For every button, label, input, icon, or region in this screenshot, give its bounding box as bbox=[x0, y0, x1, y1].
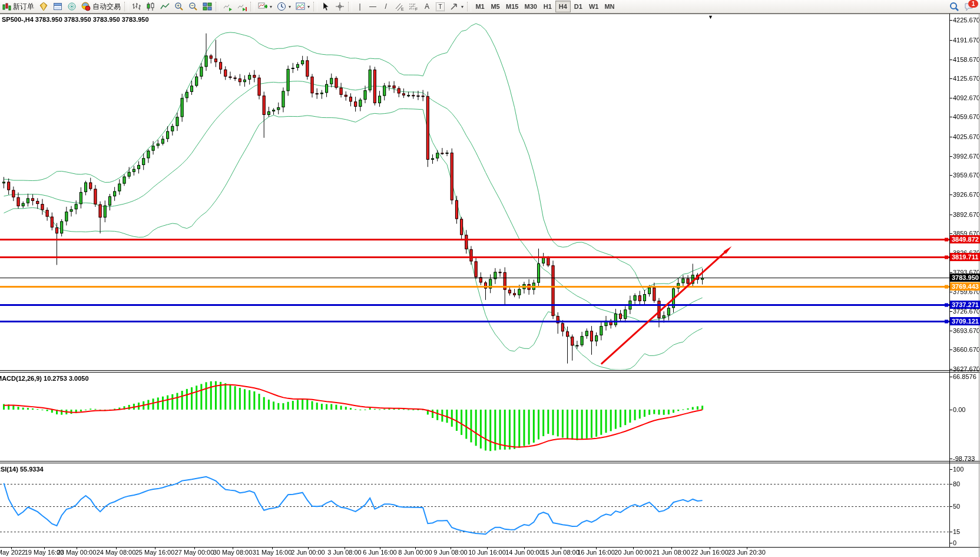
notifications-button[interactable]: 1 bbox=[962, 1, 976, 12]
scroll-group bbox=[221, 0, 249, 13]
zoom-out-button[interactable] bbox=[186, 1, 200, 12]
chart-type-group bbox=[130, 0, 214, 13]
toolbar-handle[interactable] bbox=[313, 2, 317, 11]
channel-icon: E bbox=[395, 2, 404, 11]
timeframe-button-D1[interactable]: D1 bbox=[571, 1, 586, 12]
dropdown-caret-icon: ▾ bbox=[307, 4, 310, 9]
crosshair-icon bbox=[335, 2, 345, 11]
text-label-tool-button[interactable]: T bbox=[433, 1, 447, 12]
time-axis-separator bbox=[0, 547, 980, 548]
dropdown-caret-icon: ▾ bbox=[461, 4, 463, 9]
toolbar-handle[interactable] bbox=[216, 2, 220, 11]
price-axis-tick: 3959.670 bbox=[953, 172, 980, 179]
macd-axis-tick: -98.733 bbox=[953, 455, 975, 462]
toolbar-handle[interactable] bbox=[348, 2, 352, 11]
pane-separator-rsi[interactable] bbox=[0, 463, 980, 463]
price-axis-tick: 4191.670 bbox=[953, 37, 980, 44]
new-order-button[interactable]: 新订单 bbox=[0, 1, 37, 12]
tile-windows-button[interactable] bbox=[200, 1, 214, 12]
text-icon: A bbox=[423, 2, 431, 11]
chart-canvas[interactable] bbox=[0, 0, 980, 557]
price-axis-tick: 3693.670 bbox=[953, 327, 980, 334]
timeframe-button-H1[interactable]: H1 bbox=[540, 1, 555, 12]
svg-text:F: F bbox=[415, 7, 418, 11]
toolbar-handle[interactable] bbox=[124, 2, 128, 11]
time-axis-label: 23 Jun 20:30 bbox=[722, 549, 772, 556]
macd-axis-tick: 0.00 bbox=[953, 406, 965, 413]
price-level-badge: 3709.121 bbox=[950, 317, 980, 325]
drawing-tools-group: | — / E F A T ▾ bbox=[353, 0, 466, 13]
chart-shift-marker[interactable]: ▼ bbox=[708, 14, 713, 20]
new-order-label: 新订单 bbox=[13, 2, 34, 12]
rsi-axis-tick: 50 bbox=[953, 503, 960, 510]
candlestick-chart-button[interactable] bbox=[144, 1, 158, 12]
trendline-icon: / bbox=[382, 2, 390, 11]
price-axis-tick: 4125.670 bbox=[953, 75, 980, 82]
fibonacci-tool-button[interactable]: F bbox=[406, 1, 421, 12]
arrows-tool-button[interactable]: ▾ bbox=[447, 1, 466, 12]
search-button[interactable] bbox=[947, 1, 962, 12]
rsi-axis-tick: 15 bbox=[953, 528, 960, 535]
macd-label: MACD(12,26,9) 10.2753 3.0050 bbox=[0, 375, 89, 382]
rsi-axis-tick: 0 bbox=[953, 539, 956, 546]
horizontal-line-tool-button[interactable]: — bbox=[366, 1, 379, 12]
tile-windows-icon bbox=[203, 2, 212, 11]
price-axis-tick: 4092.670 bbox=[953, 94, 980, 101]
strategy-tester-button[interactable] bbox=[65, 1, 79, 12]
cursor-button[interactable] bbox=[319, 1, 333, 12]
price-axis-tick: 4225.670 bbox=[953, 17, 980, 24]
macd-axis-tick: 66.8576 bbox=[953, 373, 976, 380]
bar-chart-button[interactable] bbox=[130, 1, 144, 12]
dropdown-caret-icon: ▾ bbox=[289, 4, 291, 9]
price-level-badge: 3783.950 bbox=[950, 273, 980, 282]
zoom-out-icon bbox=[188, 2, 198, 11]
periods-button[interactable]: ▾ bbox=[274, 1, 293, 12]
price-level-badge: 3769.443 bbox=[950, 282, 980, 291]
line-chart-button[interactable] bbox=[158, 1, 172, 12]
chart-title: SP500-,H4 3783.950 3783.950 3783.950 378… bbox=[2, 16, 149, 23]
metaeditor-button[interactable] bbox=[37, 1, 51, 12]
main-toolbar: 新订单 自动交易 bbox=[0, 0, 980, 14]
text-tool-button[interactable]: A bbox=[421, 1, 433, 12]
timeframe-button-M1[interactable]: M1 bbox=[472, 1, 488, 12]
autotrading-button[interactable]: 自动交易 bbox=[79, 1, 123, 12]
auto-scroll-button[interactable] bbox=[221, 1, 235, 12]
chart-shift-button[interactable] bbox=[235, 1, 249, 12]
trendline-tool-button[interactable]: / bbox=[379, 1, 392, 12]
autotrading-label: 自动交易 bbox=[92, 2, 121, 12]
notification-badge: 1 bbox=[968, 0, 978, 8]
timeframe-button-MN[interactable]: MN bbox=[601, 1, 617, 12]
chart-top-border bbox=[0, 14, 980, 14]
timeframe-button-M15[interactable]: M15 bbox=[503, 1, 521, 12]
timeframe-button-M30[interactable]: M30 bbox=[521, 1, 539, 12]
window-icon bbox=[53, 2, 62, 11]
price-level-badge: 3819.711 bbox=[950, 253, 980, 261]
pane-separator-macd[interactable] bbox=[0, 372, 980, 373]
toolbar-handle[interactable] bbox=[250, 2, 254, 11]
equidistant-channel-tool-button[interactable]: E bbox=[392, 1, 406, 12]
cursor-arrow-icon bbox=[321, 2, 330, 11]
line-chart-icon bbox=[160, 2, 170, 11]
terminal-window-button[interactable] bbox=[51, 1, 65, 12]
vertical-line-tool-button[interactable]: | bbox=[353, 1, 366, 12]
pane-separator-rsi[interactable] bbox=[0, 461, 980, 462]
price-axis-tick: 4158.670 bbox=[953, 56, 980, 63]
toolbar-handle[interactable] bbox=[467, 2, 471, 11]
timeframe-button-W1[interactable]: W1 bbox=[586, 1, 602, 12]
toolbar-right: 1 bbox=[947, 1, 980, 12]
search-icon bbox=[949, 2, 959, 12]
price-level-badge: 3849.872 bbox=[950, 235, 980, 243]
zoom-in-button[interactable] bbox=[172, 1, 186, 12]
timeframe-button-H4[interactable]: H4 bbox=[555, 1, 571, 12]
indicators-button[interactable]: ▾ bbox=[256, 1, 274, 12]
vertical-line-icon: | bbox=[356, 2, 364, 11]
pane-separator-macd[interactable] bbox=[0, 370, 980, 371]
template-icon bbox=[296, 2, 305, 11]
radar-icon bbox=[67, 2, 77, 11]
crosshair-button[interactable] bbox=[333, 1, 347, 12]
price-axis-tick: 4059.670 bbox=[953, 113, 980, 120]
templates-button[interactable]: ▾ bbox=[293, 1, 312, 12]
bar-chart-icon bbox=[132, 2, 141, 11]
rsi-label: RSI(14) 55.9334 bbox=[0, 466, 44, 473]
timeframe-button-M5[interactable]: M5 bbox=[488, 1, 503, 12]
